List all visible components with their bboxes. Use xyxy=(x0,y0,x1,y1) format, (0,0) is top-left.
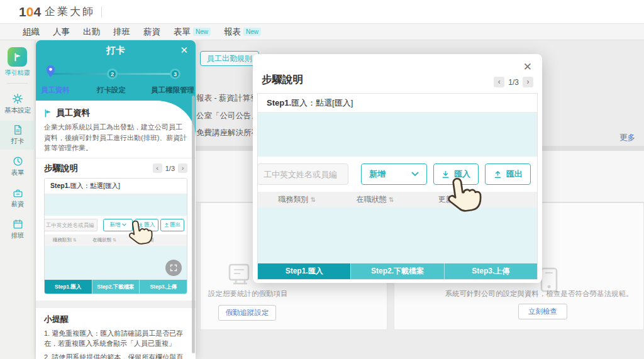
pager-prev-icon[interactable]: ‹ xyxy=(153,163,162,173)
calendar-icon xyxy=(13,219,23,229)
new-badge: New xyxy=(193,28,211,36)
panel-scrollbar[interactable] xyxy=(192,96,195,353)
pager-position: 1/3 xyxy=(165,165,175,172)
step-preview-card: Step1.匯入：點選[匯入] 新增 匯入 匯出 xyxy=(44,178,187,294)
punch-guide-panel: 打卡 ✕ 2 3 員工資料 打卡設定 員工權限管理 員工資料 企業大師系統以員工… xyxy=(36,40,196,359)
step-tab-upload[interactable]: Step3.上傳 xyxy=(139,280,187,294)
divider xyxy=(36,158,196,158)
nav-item-hr[interactable]: 人事 xyxy=(53,26,70,38)
sort-icon: ⇅ xyxy=(73,238,77,242)
top-bar: 104 企業大師 xyxy=(0,0,644,24)
more-link[interactable]: 更多 xyxy=(619,133,635,143)
search-input[interactable] xyxy=(44,219,97,231)
download-icon xyxy=(441,170,450,179)
step-tab-import[interactable]: Step1.匯入 xyxy=(258,263,350,279)
nav-item-payroll[interactable]: 薪資 xyxy=(143,26,160,38)
pager-prev-icon[interactable]: ‹ xyxy=(494,77,504,87)
nav-item-scheduling[interactable]: 排班 xyxy=(113,26,130,38)
step-3-label: 員工權限管理 xyxy=(151,86,194,95)
preview-highlight-area xyxy=(45,194,187,216)
search-input[interactable] xyxy=(257,163,348,185)
step-1-label: 員工資料 xyxy=(41,86,70,95)
hand-cursor-icon xyxy=(123,218,154,248)
sidebar-item-basic-settings[interactable]: 基本設定 xyxy=(0,89,35,118)
sidebar-item-label: 薪資 xyxy=(11,200,25,209)
panel-body: 員工資料 企業大師系統以員工為出發點，建立公司員工資料，後續可針對員工進行出勤(… xyxy=(36,101,196,359)
close-icon[interactable]: ✕ xyxy=(180,40,188,60)
sidebar-item-guide-wizard[interactable]: 導引精靈 xyxy=(3,47,33,77)
sidebar-item-scheduling[interactable]: 排班 xyxy=(0,215,35,244)
pager-next-icon[interactable]: › xyxy=(178,163,187,173)
leave-tracking-description: 設定想要統計的假勤項目 xyxy=(208,289,288,299)
announcement-item[interactable]: 報表 - 薪資計算登 xyxy=(196,93,258,104)
modal-toolbar: 新增 匯入 匯出 xyxy=(258,157,537,192)
step-tab-download[interactable]: Step2.下載檔案 xyxy=(350,263,443,279)
labor-law-description: 系統可針對公司的設定與資料，檢查是否符合勞基法規範。 xyxy=(435,289,643,299)
expand-icon[interactable] xyxy=(165,260,182,276)
flag-icon xyxy=(44,109,52,118)
announcement-item[interactable]: 公室「公司公告」 xyxy=(196,111,259,121)
sidebar-item-label: 導引精靈 xyxy=(5,69,30,77)
pager-next-icon[interactable]: › xyxy=(523,77,533,87)
nav-item-attendance[interactable]: 出勤 xyxy=(83,26,100,38)
preview-step-tabs: Step1.匯入 Step2.下載檔案 Step3.上傳 xyxy=(45,280,187,294)
step-guide-pager: ‹ 1/3 › xyxy=(153,163,187,173)
sidebar-item-payroll[interactable]: 薪資 xyxy=(0,184,35,213)
column-header-employment-status[interactable]: 在職狀態 ⇅ xyxy=(84,237,124,243)
step-tab-download[interactable]: Step2.下載檔案 xyxy=(92,280,140,294)
add-button[interactable]: 新增 xyxy=(361,163,427,185)
modal-step-title: Step1.匯入：點選[匯入] xyxy=(258,94,537,113)
pager-position: 1/3 xyxy=(508,78,519,87)
employee-data-section-title: 員工資料 xyxy=(56,108,90,119)
check-now-button[interactable]: 立刻檢查 xyxy=(518,304,567,319)
nav-item-reports[interactable]: 報表New xyxy=(224,26,261,38)
tip-item: 2. 請使用系統提供的範本，保留所有欄位與頁籤，避免匯入失敗。 xyxy=(44,352,187,359)
export-button[interactable]: 匯出 xyxy=(485,163,531,185)
modal-step-card: Step1.匯入：點選[匯入] 新增 匯入 匯出 職務類別 ⇅ 在職狀態 ⇅ 更… xyxy=(257,93,538,280)
step-3-circle[interactable]: 3 xyxy=(170,69,180,79)
wizard-flag-icon xyxy=(8,47,27,67)
sidebar-item-forms[interactable]: 表單 xyxy=(0,152,35,181)
sort-icon: ⇅ xyxy=(311,196,316,203)
hand-cursor-icon xyxy=(440,175,484,218)
column-header-job-type[interactable]: 職務類別 ⇅ xyxy=(45,237,84,243)
sidebar-item-label: 排班 xyxy=(11,231,25,240)
new-badge: New xyxy=(243,28,261,36)
panel-header: 打卡 ✕ xyxy=(36,40,196,60)
nav-item-organization[interactable]: 組織 xyxy=(23,26,40,38)
tab-employee-attendance-rules[interactable]: 員工出勤規則 xyxy=(200,51,259,66)
nav-item-forms[interactable]: 表單New xyxy=(174,26,211,38)
export-button[interactable]: 匯出 xyxy=(160,219,184,231)
logo-divider xyxy=(101,6,102,18)
money-box-icon xyxy=(13,187,23,198)
announcement-item[interactable]: 免費講座解決所有 xyxy=(196,128,259,138)
sidebar-item-label: 表單 xyxy=(11,168,25,177)
leave-tracking-settings-button[interactable]: 假勤追蹤設定 xyxy=(218,305,276,321)
side-rail: 導引精靈 基本設定 打卡 表單 薪資 排班 xyxy=(0,40,35,359)
sidebar-item-punch[interactable]: 打卡 xyxy=(0,121,35,150)
step-2-circle[interactable]: 2 xyxy=(107,69,118,79)
employee-data-description: 企業大師系統以員工為出發點，建立公司員工資料，後續可針對員工進行出勤(排班)、薪… xyxy=(44,122,187,153)
step-tab-upload[interactable]: Step3.上傳 xyxy=(444,263,537,279)
modal-table-header: 職務類別 ⇅ 在職狀態 ⇅ 更新日期 xyxy=(258,192,537,207)
sort-icon: ⇅ xyxy=(389,196,394,203)
current-step-pin-icon[interactable] xyxy=(45,65,56,78)
step-2-label: 打卡設定 xyxy=(97,86,126,95)
sidebar-item-label: 打卡 xyxy=(11,137,25,146)
modal-title: 步驟說明 xyxy=(262,73,303,87)
chevron-down-icon xyxy=(411,172,419,177)
close-icon[interactable]: ✕ xyxy=(523,60,532,74)
column-header-employment-status[interactable]: 在職狀態 ⇅ xyxy=(336,194,414,205)
step-preview-title: Step1.匯入：點選[匯入] xyxy=(45,179,187,194)
column-header-job-type[interactable]: 職務類別 ⇅ xyxy=(258,194,336,205)
wizard-stepper: 2 3 員工資料 打卡設定 員工權限管理 xyxy=(36,63,196,99)
gear-icon xyxy=(12,93,23,104)
sort-icon: ⇅ xyxy=(113,238,116,242)
preview-table-body xyxy=(45,246,187,280)
step-tab-import[interactable]: Step1.匯入 xyxy=(45,280,92,294)
logo-104-enterprise-master[interactable]: 104 企業大師 xyxy=(19,4,102,19)
logo-number: 104 xyxy=(19,4,41,19)
main-nav: 組織 人事 出勤 排班 薪資 表單New 報表New xyxy=(0,24,644,40)
tips-title: 小提醒 xyxy=(44,314,187,325)
step-guide-title: 步驟說明 xyxy=(44,163,153,174)
